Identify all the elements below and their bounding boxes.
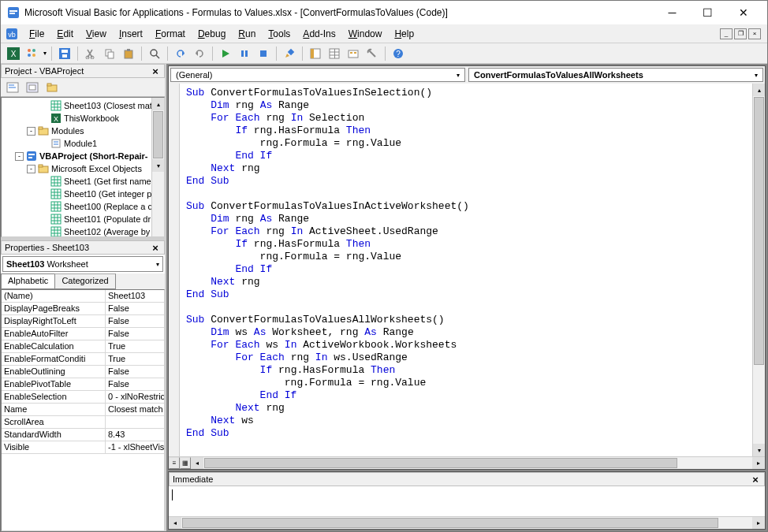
scroll-thumb[interactable] <box>754 97 764 365</box>
properties-panel-title[interactable]: Properties - Sheet103 × <box>1 240 165 255</box>
copy-icon[interactable] <box>102 46 117 61</box>
menu-format[interactable]: Format <box>149 26 192 42</box>
tree-node[interactable]: Sheet10 (Get integer p <box>3 188 162 200</box>
object-combo[interactable]: (General) ▾ <box>170 68 465 82</box>
menu-debug[interactable]: Debug <box>192 26 232 42</box>
property-value[interactable]: False <box>106 315 164 327</box>
tree-node[interactable]: -Modules <box>3 125 162 137</box>
immediate-input[interactable] <box>169 486 765 516</box>
expand-icon[interactable]: - <box>27 127 35 136</box>
mdi-minimize-button[interactable]: _ <box>720 28 733 39</box>
property-row[interactable]: (Name)Sheet103 <box>2 290 164 303</box>
minimize-button[interactable]: ─ <box>654 2 690 24</box>
menu-window[interactable]: Window <box>342 26 389 42</box>
property-value[interactable]: True <box>106 340 164 352</box>
immediate-close-icon[interactable]: × <box>750 474 761 485</box>
menu-insert[interactable]: Insert <box>113 26 149 42</box>
design-mode-icon[interactable] <box>281 46 297 61</box>
close-button[interactable]: ✕ <box>725 2 761 24</box>
tab-categorized[interactable]: Categorized <box>54 273 115 289</box>
reset-icon[interactable] <box>255 46 271 61</box>
full-module-view-icon[interactable]: ▦ <box>180 457 191 469</box>
scroll-left-icon[interactable]: ◂ <box>169 517 181 529</box>
help-icon[interactable]: ? <box>390 46 406 61</box>
break-icon[interactable] <box>237 46 252 61</box>
procedure-view-icon[interactable]: ≡ <box>169 457 180 469</box>
project-explorer-icon[interactable] <box>308 46 323 61</box>
tree-node[interactable]: Sheet1 (Get first name <box>3 175 162 188</box>
immediate-title[interactable]: Immediate × <box>169 472 765 486</box>
properties-panel-close-icon[interactable]: × <box>150 242 161 254</box>
property-row[interactable]: EnableSelection0 - xlNoRestrictions <box>2 391 164 404</box>
titlebar[interactable]: Microsoft Visual Basic for Applications … <box>1 1 767 24</box>
property-row[interactable]: EnableCalculationTrue <box>2 340 164 353</box>
property-value[interactable]: False <box>106 328 164 340</box>
property-row[interactable]: DisplayPageBreaksFalse <box>2 303 164 315</box>
tree-node[interactable]: Sheet102 (Average by <box>3 225 162 237</box>
property-value[interactable]: False <box>106 366 164 378</box>
property-row[interactable]: StandardWidth8.43 <box>2 429 164 441</box>
scroll-thumb[interactable] <box>204 458 677 468</box>
property-row[interactable]: NameClosest match <box>2 404 164 416</box>
properties-grid[interactable]: (Name)Sheet103DisplayPageBreaksFalseDisp… <box>1 289 165 531</box>
scroll-right-icon[interactable]: ▸ <box>752 517 765 529</box>
object-browser-icon[interactable] <box>345 46 361 61</box>
property-value[interactable]: Closest match <box>106 404 164 415</box>
mdi-close-button[interactable]: × <box>748 28 761 39</box>
tree-scrollbar[interactable]: ▴ ▾ <box>151 98 164 236</box>
scroll-left-icon[interactable]: ◂ <box>191 457 203 469</box>
property-value[interactable]: True <box>106 353 164 365</box>
menu-run[interactable]: Run <box>232 26 262 42</box>
scroll-up-icon[interactable]: ▴ <box>753 84 765 96</box>
toggle-folders-icon[interactable] <box>43 80 61 95</box>
tree-node[interactable]: Sheet100 (Replace a c <box>3 200 162 213</box>
excel-icon[interactable]: X <box>6 46 21 61</box>
expand-icon[interactable]: - <box>15 152 24 161</box>
property-row[interactable]: EnableOutliningFalse <box>2 366 164 378</box>
paste-icon[interactable] <box>121 46 136 61</box>
property-row[interactable]: DisplayRightToLeftFalse <box>2 315 164 328</box>
maximize-button[interactable]: ☐ <box>690 2 725 24</box>
properties-object-combo[interactable]: Sheet103 Worksheet ▾ <box>2 256 163 272</box>
tree-node[interactable]: -Microsoft Excel Objects <box>3 162 162 175</box>
property-value[interactable]: 0 - xlNoRestrictions <box>106 391 164 403</box>
property-row[interactable]: EnablePivotTableFalse <box>2 378 164 391</box>
view-object-icon[interactable] <box>24 80 41 95</box>
tree-node[interactable]: Sheet101 (Populate dr <box>3 213 162 225</box>
property-value[interactable]: Sheet103 <box>106 290 164 302</box>
project-tree[interactable]: Sheet103 (Closest matXThisWorkbook-Modul… <box>1 97 165 237</box>
menu-view[interactable]: View <box>80 26 113 42</box>
scroll-down-icon[interactable]: ▾ <box>152 159 164 172</box>
code-editor[interactable]: Sub ConvertFormulasToValuesInSelection()… <box>180 84 765 456</box>
property-value[interactable]: -1 - xlSheetVisible <box>106 441 164 453</box>
scroll-up-icon[interactable]: ▴ <box>152 98 164 110</box>
scroll-down-icon[interactable]: ▾ <box>753 444 765 456</box>
project-panel-title[interactable]: Project - VBAProject × <box>1 64 165 78</box>
immediate-hscrollbar[interactable]: ◂ ▸ <box>169 516 765 529</box>
mdi-restore-button[interactable]: ❐ <box>734 28 747 39</box>
property-value[interactable]: False <box>106 378 164 390</box>
menu-add-ins[interactable]: Add-Ins <box>296 26 341 42</box>
code-hscrollbar[interactable]: ≡ ▦ ◂ ▸ <box>169 456 765 469</box>
view-code-icon[interactable] <box>4 80 21 95</box>
insert-dropdown[interactable] <box>24 46 40 61</box>
tree-node[interactable]: Sheet103 (Closest mat <box>3 99 162 112</box>
procedure-combo[interactable]: ConvertFormulasToValuesAllWorksheets ▾ <box>468 68 763 82</box>
tab-alphabetic[interactable]: Alphabetic <box>1 273 55 289</box>
redo-icon[interactable] <box>192 46 207 61</box>
run-icon[interactable] <box>218 46 233 61</box>
property-row[interactable]: Visible-1 - xlSheetVisible <box>2 441 164 454</box>
property-value[interactable] <box>106 416 164 428</box>
cut-icon[interactable] <box>83 46 99 61</box>
tree-node[interactable]: Module1 <box>3 137 162 150</box>
property-value[interactable]: False <box>106 303 164 314</box>
scroll-thumb[interactable] <box>153 111 163 158</box>
tree-node[interactable]: -VBAProject (Short-Repair- <box>3 150 162 162</box>
properties-icon[interactable] <box>326 46 342 61</box>
menu-help[interactable]: Help <box>388 26 420 42</box>
property-row[interactable]: ScrollArea <box>2 416 164 429</box>
tree-node[interactable]: XThisWorkbook <box>3 112 162 125</box>
toolbox-icon[interactable] <box>364 46 380 61</box>
property-value[interactable]: 8.43 <box>106 429 164 441</box>
code-vscrollbar[interactable]: ▴ ▾ <box>752 84 765 456</box>
